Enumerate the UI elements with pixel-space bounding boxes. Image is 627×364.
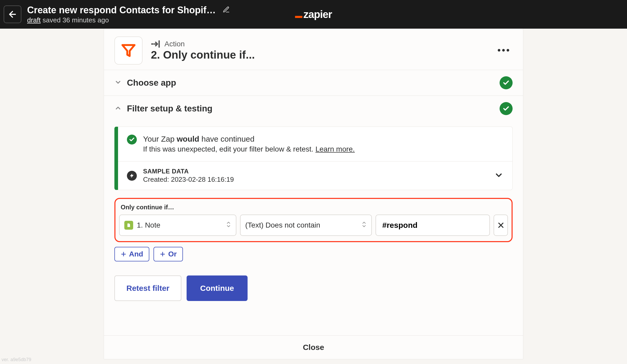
add-or-button[interactable]: Or bbox=[153, 247, 183, 261]
filter-setup-status bbox=[500, 102, 513, 115]
filter-content: Your Zap would have continued If this wa… bbox=[104, 121, 523, 311]
save-status: draft saved 36 minutes ago bbox=[27, 16, 230, 24]
retest-filter-button[interactable]: Retest filter bbox=[114, 275, 181, 301]
logo-text: zapier bbox=[303, 9, 332, 20]
sample-data-row[interactable]: SAMPLE DATA Created: 2023-02-28 16:16:19 bbox=[118, 161, 512, 190]
step-title: 2. Only continue if... bbox=[151, 49, 494, 61]
sample-data-created: Created: 2023-02-28 16:16:19 bbox=[143, 175, 488, 184]
remove-rule-button[interactable] bbox=[494, 215, 508, 236]
filter-field-select[interactable]: 1. Note bbox=[119, 215, 236, 236]
zapier-logo: zapier bbox=[295, 9, 332, 20]
filter-field-value: 1. Note bbox=[137, 221, 160, 229]
result-subtext: If this was unexpected, edit your filter… bbox=[143, 145, 355, 153]
filter-value-input[interactable] bbox=[376, 215, 490, 236]
expand-sample-button[interactable] bbox=[494, 171, 503, 181]
rename-button[interactable] bbox=[223, 6, 230, 14]
step-more-button[interactable] bbox=[494, 45, 513, 56]
step-header: Action 2. Only continue if... bbox=[104, 29, 523, 70]
version-text: ver. a9e5db79 bbox=[2, 357, 31, 362]
pencil-icon bbox=[223, 6, 230, 13]
svg-point-5 bbox=[502, 49, 505, 52]
editor-panel: Action 2. Only continue if... Choose app… bbox=[104, 29, 523, 359]
select-updown-icon bbox=[226, 221, 231, 230]
svg-marker-1 bbox=[122, 45, 135, 56]
check-icon bbox=[503, 79, 509, 86]
svg-point-6 bbox=[507, 49, 509, 52]
choose-app-title: Choose app bbox=[127, 78, 500, 88]
plus-icon bbox=[121, 251, 126, 257]
choose-app-status bbox=[500, 76, 513, 89]
select-updown-icon bbox=[361, 221, 367, 230]
arrow-left-icon bbox=[8, 9, 17, 19]
chevron-down-icon bbox=[114, 79, 122, 87]
step-kicker: Action bbox=[151, 40, 494, 48]
filter-app-icon bbox=[114, 36, 143, 65]
continue-button[interactable]: Continue bbox=[187, 275, 248, 301]
draft-link[interactable]: draft bbox=[27, 16, 41, 24]
test-result-card: Your Zap would have continued If this wa… bbox=[114, 127, 513, 190]
title-block: Create new respond Contacts for Shopify … bbox=[27, 5, 230, 24]
close-button[interactable]: Close bbox=[104, 335, 523, 359]
more-horizontal-icon bbox=[497, 49, 509, 52]
check-icon bbox=[129, 137, 135, 142]
top-bar: Create new respond Contacts for Shopify … bbox=[0, 0, 627, 29]
action-buttons-row: Retest filter Continue bbox=[114, 275, 513, 301]
arrow-to-line-icon bbox=[151, 40, 161, 48]
zap-title: Create new respond Contacts for Shopify … bbox=[27, 5, 217, 16]
add-and-button[interactable]: And bbox=[114, 247, 149, 261]
filter-setup-section[interactable]: Filter setup & testing bbox=[104, 96, 523, 121]
filter-setup-title: Filter setup & testing bbox=[127, 104, 500, 114]
filter-rule-label: Only continue if… bbox=[121, 204, 508, 211]
check-icon bbox=[503, 105, 509, 112]
shopify-icon bbox=[124, 221, 133, 230]
choose-app-section[interactable]: Choose app bbox=[104, 70, 523, 96]
result-success-icon bbox=[127, 135, 137, 145]
logic-buttons-row: And Or bbox=[114, 247, 513, 261]
filter-rule-box: Only continue if… 1. Note (Text) bbox=[114, 198, 513, 242]
filter-condition-value: (Text) Does not contain bbox=[245, 221, 320, 229]
logo-mark bbox=[295, 16, 302, 18]
bolt-icon bbox=[127, 171, 137, 181]
filter-condition-select[interactable]: (Text) Does not contain bbox=[240, 215, 372, 236]
back-button[interactable] bbox=[4, 5, 21, 23]
funnel-icon bbox=[121, 43, 136, 58]
svg-point-4 bbox=[498, 49, 500, 52]
result-headline: Your Zap would have continued bbox=[143, 135, 355, 143]
chevron-down-icon bbox=[494, 171, 503, 180]
learn-more-link[interactable]: Learn more. bbox=[315, 145, 355, 153]
sample-data-label: SAMPLE DATA bbox=[143, 168, 488, 175]
close-icon bbox=[497, 222, 505, 229]
chevron-up-icon bbox=[114, 104, 122, 113]
plus-icon bbox=[160, 251, 165, 257]
